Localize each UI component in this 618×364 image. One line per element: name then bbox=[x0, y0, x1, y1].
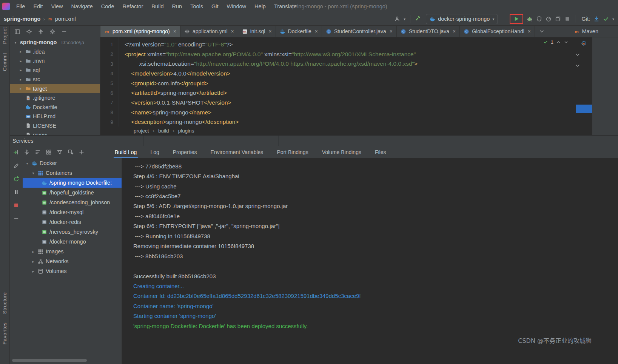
services-node-volumes[interactable]: ▸Volumes bbox=[23, 266, 122, 276]
tree-expand-icon[interactable]: ▾ bbox=[13, 40, 18, 45]
editor-tab-dockerfile[interactable]: Dockerfile× bbox=[276, 26, 322, 37]
menu-file[interactable]: File bbox=[12, 2, 29, 11]
user-caret-icon[interactable]: ▾ bbox=[404, 17, 405, 21]
redeploy-icon[interactable] bbox=[13, 176, 19, 182]
tab-close-icon[interactable]: × bbox=[231, 28, 234, 34]
editor-breadcrumb-plugins[interactable]: plugins bbox=[178, 128, 194, 134]
tree-expand-icon[interactable]: ▸ bbox=[31, 269, 35, 273]
menu-refactor[interactable]: Refactor bbox=[118, 2, 147, 11]
tree-item-license[interactable]: LICENSE bbox=[10, 121, 100, 131]
deploy-icon[interactable] bbox=[13, 149, 19, 155]
tree-item-dockerfile[interactable]: Dockerfile bbox=[10, 103, 100, 112]
services-tab-log[interactable]: Log bbox=[150, 146, 159, 158]
chevron-down-icon[interactable] bbox=[575, 63, 581, 69]
tree-expand-icon[interactable]: ▸ bbox=[18, 77, 23, 82]
locate-file-icon[interactable] bbox=[26, 29, 32, 35]
tree-expand-icon[interactable]: ▸ bbox=[18, 59, 23, 63]
services-node-spring-mongo-dockerfile[interactable]: /spring-mongo Dockerfile: bbox=[23, 178, 122, 188]
project-view-icon[interactable] bbox=[14, 29, 20, 35]
menu-view[interactable]: View bbox=[47, 2, 67, 11]
menu-git[interactable]: Git bbox=[207, 2, 223, 11]
services-tab-volume-bindings[interactable]: Volume Bindings bbox=[322, 146, 361, 158]
debug-button[interactable] bbox=[527, 16, 533, 22]
services-node-nervous-heyrovsky[interactable]: /nervous_heyrovsky bbox=[23, 227, 122, 237]
tool-button-structure[interactable]: Structure bbox=[2, 292, 8, 314]
tree-item-help-md[interactable]: MDHELP.md bbox=[10, 112, 100, 121]
editor-tab-studentdto-java[interactable]: CStudentDTO.java× bbox=[397, 26, 460, 37]
tab-close-icon[interactable]: × bbox=[528, 28, 531, 34]
next-problem-icon[interactable] bbox=[564, 40, 569, 45]
git-caret-icon[interactable]: ▾ bbox=[612, 17, 614, 21]
add-icon[interactable] bbox=[79, 149, 85, 155]
collapse-icon[interactable] bbox=[13, 216, 19, 222]
services-tab-build-log[interactable]: Build Log bbox=[115, 146, 137, 158]
services-node-docker-redis[interactable]: /docker-redis bbox=[23, 217, 122, 227]
menu-build[interactable]: Build bbox=[147, 2, 168, 11]
maven-reload-icon[interactable]: m bbox=[581, 40, 587, 46]
hidden-tabs-icon[interactable] bbox=[539, 28, 545, 34]
tree-item-gitignore[interactable]: .gitignore bbox=[10, 93, 100, 103]
git-update-button[interactable] bbox=[593, 16, 600, 22]
menu-tools[interactable]: Tools bbox=[186, 2, 207, 11]
services-node-condescending-johnson[interactable]: /condescending_johnson bbox=[23, 197, 122, 207]
breadcrumb-module[interactable]: spring-mongo bbox=[4, 16, 40, 22]
profiler-button[interactable] bbox=[546, 16, 552, 22]
coverage-button[interactable] bbox=[536, 16, 542, 22]
tree-item-mvn[interactable]: ▸.mvn bbox=[10, 56, 100, 66]
menu-run[interactable]: Run bbox=[168, 2, 186, 11]
editor-tab-init-sql[interactable]: SQLinit.sql× bbox=[238, 26, 276, 37]
tab-close-icon[interactable]: × bbox=[173, 28, 176, 34]
tree-item-idea[interactable]: ▸.idea bbox=[10, 47, 100, 57]
editor-breadcrumb-build[interactable]: build bbox=[158, 128, 169, 134]
collapse-all-icon[interactable] bbox=[38, 29, 44, 35]
filter-icon[interactable] bbox=[57, 149, 63, 155]
run-button[interactable] bbox=[513, 16, 519, 22]
tool-button-favorites[interactable]: Favorites bbox=[2, 322, 8, 344]
menu-window[interactable]: Window bbox=[223, 2, 251, 11]
tree-expand-icon[interactable]: ▾ bbox=[25, 161, 29, 165]
services-tree[interactable]: ▾Docker▾Containers/spring-mongo Dockerfi… bbox=[23, 158, 122, 364]
group-by-icon[interactable] bbox=[46, 149, 52, 155]
tree-expand-icon[interactable]: ▸ bbox=[31, 259, 35, 264]
services-node-images[interactable]: ▸Images bbox=[23, 247, 122, 256]
build-log[interactable]: ---> 77d85df2be88Step 4/6 : ENV TIMEZONE… bbox=[122, 158, 618, 364]
stop-container-icon[interactable] bbox=[13, 202, 19, 208]
services-node-hopeful-goldstine[interactable]: /hopeful_goldstine bbox=[23, 188, 122, 197]
tree-item-src[interactable]: ▸src bbox=[10, 75, 100, 84]
tool-button-project[interactable]: Project bbox=[2, 27, 8, 44]
tab-close-icon[interactable]: × bbox=[315, 28, 318, 34]
menu-navigate[interactable]: Navigate bbox=[67, 2, 97, 11]
menu-edit[interactable]: Edit bbox=[29, 2, 47, 11]
chevron-down-icon[interactable] bbox=[575, 52, 581, 58]
services-tab-environment-variables[interactable]: Environment Variables bbox=[211, 146, 264, 158]
pause-icon[interactable] bbox=[13, 189, 19, 195]
editor-breadcrumb-project[interactable]: project bbox=[134, 128, 149, 134]
tree-item-target[interactable]: ▸target bbox=[10, 84, 100, 94]
git-commit-button[interactable] bbox=[603, 16, 609, 22]
tree-item-sql[interactable]: ▸sql bbox=[10, 66, 100, 75]
editor-tab-studentcontroller-java[interactable]: CStudentController.java× bbox=[322, 26, 397, 37]
prev-problem-icon[interactable] bbox=[556, 40, 561, 45]
editor-tab-globalexceptionhandl[interactable]: CGlobalExceptionHandl× bbox=[460, 26, 535, 37]
tree-expand-icon[interactable]: ▸ bbox=[31, 250, 35, 254]
breadcrumb-file[interactable]: pom.xml bbox=[55, 16, 76, 22]
menu-code[interactable]: Code bbox=[97, 2, 119, 11]
tab-close-icon[interactable]: × bbox=[390, 28, 393, 34]
collapse-all-icon[interactable] bbox=[24, 149, 30, 155]
gear-icon[interactable] bbox=[49, 29, 55, 35]
editor-tab-pom-xml-spring-mongo[interactable]: mpom.xml (spring-mongo)× bbox=[100, 26, 180, 37]
project-tree[interactable]: ▾spring-mongoD:\code\ja▸.idea▸.mvn▸sql▸s… bbox=[10, 38, 100, 135]
services-node-containers[interactable]: ▾Containers bbox=[23, 168, 122, 178]
tool-button-commit[interactable]: Commit bbox=[2, 53, 8, 71]
services-node-docker[interactable]: ▾Docker bbox=[23, 158, 122, 168]
inspections-widget[interactable]: 1 bbox=[543, 39, 569, 45]
tree-expand-icon[interactable]: ▸ bbox=[18, 68, 23, 72]
build-project-icon[interactable] bbox=[415, 16, 421, 22]
horizontal-scrollbar[interactable] bbox=[12, 359, 87, 362]
tree-expand-icon[interactable]: ▸ bbox=[18, 86, 23, 91]
tab-close-icon[interactable]: × bbox=[268, 28, 271, 34]
menu-help[interactable]: Help bbox=[250, 2, 270, 11]
services-tab-properties[interactable]: Properties bbox=[173, 146, 197, 158]
attach-button[interactable] bbox=[555, 16, 561, 22]
view-options-icon[interactable] bbox=[35, 149, 41, 155]
